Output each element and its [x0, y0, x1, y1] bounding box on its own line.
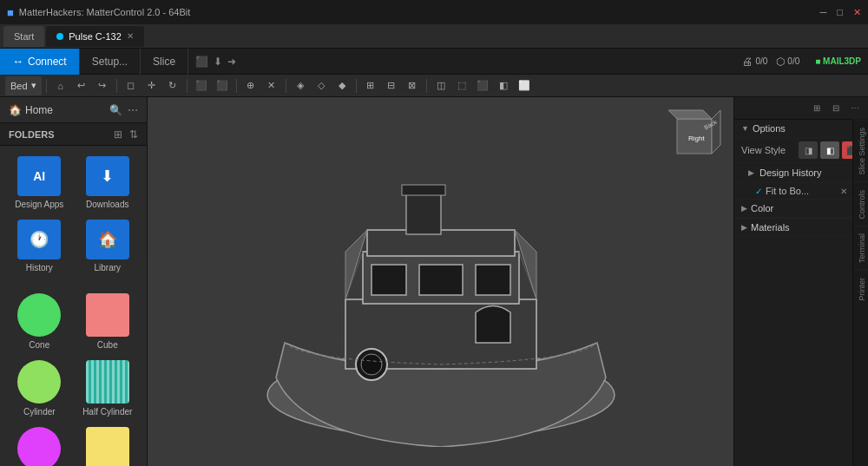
- sidebar-item-cube[interactable]: Cube: [76, 290, 141, 353]
- panel-icon1[interactable]: ⊞: [809, 101, 825, 116]
- cone-label: Cone: [29, 340, 49, 350]
- mirror-tool[interactable]: ⊟: [382, 76, 401, 95]
- select-button[interactable]: ◻: [122, 76, 141, 95]
- view4[interactable]: ◧: [494, 76, 513, 95]
- counter2-icon: ⬡: [776, 56, 785, 68]
- sidebar-item-half-wedge[interactable]: Half Wedge: [76, 423, 141, 466]
- move-button[interactable]: ✛: [142, 76, 161, 95]
- tab-pulse[interactable]: Pulse C-132 ✕: [46, 26, 144, 47]
- toolbar-sep2: [116, 79, 117, 93]
- breadcrumb: 🏠 Home: [9, 104, 53, 116]
- library-icon: 🏠: [86, 220, 129, 259]
- connectbar: ↔ Connect Setup... Slice ⬛ ⬇ ➜ 🖨 0/0 ⬡ 0…: [0, 49, 868, 75]
- color-header[interactable]: ▶ Color: [734, 200, 868, 218]
- half-sphere-icon: [17, 427, 61, 466]
- fit-to-box-close-icon[interactable]: ✕: [840, 187, 847, 196]
- nav-cube[interactable]: Right Back: [664, 106, 725, 167]
- tool2[interactable]: ⬛: [213, 76, 232, 95]
- view1[interactable]: ◫: [431, 76, 450, 95]
- connect-button[interactable]: ↔ Connect: [0, 49, 80, 75]
- viewport-3d[interactable]: Right Back: [148, 97, 733, 466]
- counter2-value: 0/0: [787, 56, 799, 66]
- main-area: 🏠 Home 🔍 ⋯ Folders ⊞ ⇅ AI Design Apps: [0, 97, 868, 466]
- design-history-label[interactable]: Design History: [760, 167, 822, 178]
- sidebar-item-cone[interactable]: Cone: [7, 290, 72, 353]
- counter2-badge: ⬡ 0/0: [776, 56, 799, 68]
- tool7[interactable]: ◆: [332, 76, 352, 95]
- options-label: Options: [753, 123, 786, 134]
- cube-icon: [86, 293, 129, 337]
- view2[interactable]: ⬚: [452, 76, 471, 95]
- minimize-button[interactable]: ─: [820, 7, 827, 18]
- fit-to-box-label[interactable]: Fit to Bo...: [766, 186, 809, 196]
- folders-label: Folders: [9, 129, 55, 140]
- undo-button[interactable]: ↩: [72, 76, 91, 95]
- sidebar-item-half-sphere[interactable]: Half Sphere: [7, 423, 72, 466]
- view-style-btn2[interactable]: ◧: [820, 141, 839, 159]
- view5[interactable]: ⬜: [515, 76, 534, 95]
- options-section[interactable]: ▼ Options: [734, 120, 868, 138]
- sidebar-item-downloads[interactable]: ⬇ Downloads: [76, 153, 141, 213]
- svg-rect-4: [406, 191, 441, 234]
- maximize-button[interactable]: □: [837, 7, 843, 18]
- tool4[interactable]: ✕: [262, 76, 281, 95]
- tab-printer[interactable]: Printer: [853, 270, 868, 308]
- home-icon: 🏠: [9, 104, 22, 116]
- tab-close-icon[interactable]: ✕: [127, 31, 134, 41]
- setup-button[interactable]: Setup...: [80, 49, 141, 75]
- arrange-tool[interactable]: ⊠: [403, 76, 422, 95]
- tab-controls[interactable]: Controls: [853, 182, 868, 226]
- toolbar-icon2[interactable]: ⬇: [214, 56, 222, 68]
- svg-text:Right: Right: [688, 135, 705, 142]
- sidebar-item-history[interactable]: 🕐 History: [7, 216, 72, 276]
- downloads-label: Downloads: [86, 200, 128, 209]
- sidebar-item-design-apps[interactable]: AI Design Apps: [7, 153, 72, 213]
- toolbar-icon1[interactable]: ⬛: [195, 56, 208, 68]
- sidebar-item-library[interactable]: 🏠 Library: [76, 216, 141, 276]
- panel-icon2[interactable]: ⊟: [828, 101, 844, 116]
- toolbar-icon3[interactable]: ➜: [227, 56, 236, 68]
- search-icon[interactable]: 🔍: [109, 104, 122, 116]
- sort-icon[interactable]: ⇅: [129, 128, 138, 141]
- tool5[interactable]: ◈: [291, 76, 310, 95]
- sidebar-item-half-cylinder[interactable]: Half Cylinder: [76, 357, 141, 420]
- fit-to-box-check-icon[interactable]: ✓: [755, 187, 762, 196]
- panel-more-icon[interactable]: ⋯: [847, 101, 863, 116]
- view3[interactable]: ⬛: [473, 76, 492, 95]
- history-icon: 🕐: [17, 220, 61, 259]
- tab-pulse-label: Pulse C-132: [69, 31, 122, 42]
- sidebar-item-cylinder[interactable]: Cylinder: [7, 357, 72, 420]
- tab-slice-settings[interactable]: Slice Settings: [853, 120, 868, 182]
- materials-header[interactable]: ▶ Materials: [734, 219, 868, 237]
- view-style-btn1[interactable]: ◨: [799, 141, 818, 159]
- cube-label: Cube: [97, 340, 118, 350]
- more-icon[interactable]: ⋯: [128, 104, 138, 116]
- close-button[interactable]: ✕: [853, 7, 861, 18]
- toolbar-sep1: [46, 79, 47, 93]
- tool3[interactable]: ⊕: [241, 76, 260, 95]
- design-apps-icon: AI: [17, 156, 61, 196]
- redo-button[interactable]: ↪: [93, 76, 112, 95]
- counter1-value: 0/0: [755, 56, 767, 66]
- tab-start[interactable]: Start: [3, 26, 44, 47]
- mail-badge: ■ MAIL3DP: [815, 56, 861, 66]
- design-history-chevron-icon[interactable]: ▶: [748, 168, 754, 177]
- svg-point-10: [361, 354, 382, 375]
- grid-view-icon[interactable]: ⊞: [114, 128, 122, 141]
- app-title: MatterHackers: MatterControl 2.0 - 64Bit: [19, 7, 190, 17]
- fit-to-box-row: ✓ Fit to Bo... ✕ ⋯: [734, 183, 868, 200]
- bed-label: Bed: [10, 81, 28, 91]
- setup-label: Setup...: [92, 56, 128, 68]
- svg-rect-8: [476, 265, 510, 295]
- tool6[interactable]: ◇: [312, 76, 331, 95]
- bed-dropdown[interactable]: Bed ▾: [5, 76, 42, 95]
- rotate-button[interactable]: ↻: [163, 76, 182, 95]
- titlebar-controls[interactable]: ─ □ ✕: [820, 7, 861, 18]
- tool1[interactable]: ⬛: [192, 76, 211, 95]
- align-tool[interactable]: ⊞: [361, 76, 380, 95]
- tab-terminal[interactable]: Terminal: [853, 226, 868, 270]
- toolbar-sep6: [356, 79, 357, 93]
- slice-button[interactable]: Slice: [141, 49, 188, 75]
- home-button[interactable]: ⌂: [51, 76, 70, 95]
- counter1-badge: 🖨 0/0: [742, 56, 767, 68]
